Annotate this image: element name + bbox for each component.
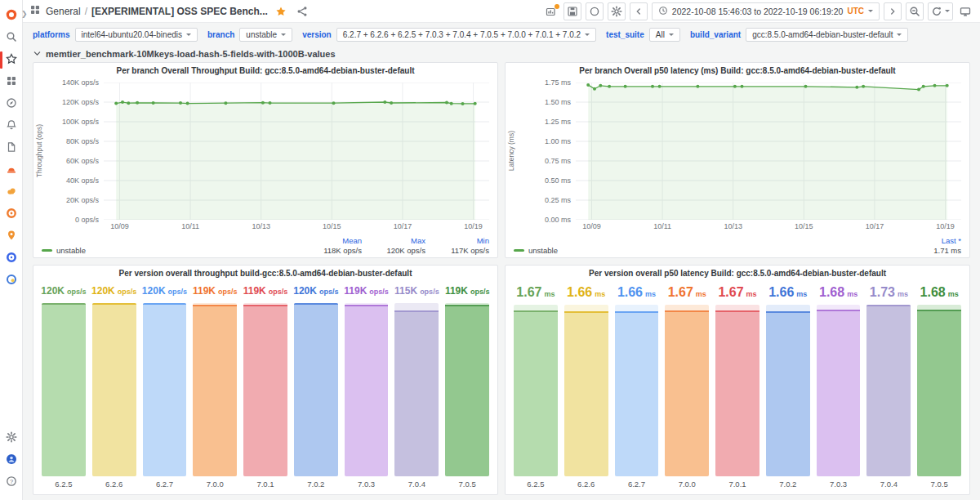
- bar-value-number: 1.66: [768, 285, 794, 300]
- bar-track[interactable]: [564, 305, 608, 476]
- y-axis-title: Throughput (ops): [35, 124, 43, 177]
- bar-value-label: 1.67ms: [718, 285, 756, 305]
- sidebar-item-plugin-globe[interactable]: [0, 270, 23, 292]
- bar-value-unit: ops/s: [168, 288, 188, 296]
- bar-value-number: 1.68: [920, 285, 946, 300]
- zoom-out-time-button[interactable]: [906, 2, 924, 20]
- filter-value-dropdown[interactable]: gcc:8.5.0-amd64-debian-buster-default: [746, 28, 908, 42]
- cycle-view-button[interactable]: [586, 2, 604, 20]
- sidebar-item-alerting[interactable]: [0, 115, 23, 137]
- bar-category-label: 7.0.2: [779, 480, 796, 490]
- star-button[interactable]: [273, 2, 289, 20]
- legend-series-name: unstable: [528, 246, 558, 255]
- bar-track[interactable]: [514, 305, 558, 476]
- bar-track[interactable]: [294, 303, 338, 476]
- time-shift-forward-button[interactable]: [884, 2, 902, 20]
- sidebar-item-plugin-siren[interactable]: [0, 159, 23, 181]
- bar-track[interactable]: [445, 303, 489, 476]
- breadcrumb-folder[interactable]: General: [46, 6, 81, 17]
- sidebar-item-avatar[interactable]: [0, 449, 23, 471]
- bar-track[interactable]: [243, 303, 287, 476]
- legend-series[interactable]: unstable: [514, 246, 558, 255]
- sidebar-item-starred[interactable]: [0, 49, 23, 71]
- save-dashboard-button[interactable]: [564, 2, 581, 20]
- sidebar-item-plugin-pin[interactable]: [0, 225, 23, 248]
- legend-stat-header[interactable]: Last *: [898, 236, 961, 245]
- bar-value-unit: ops/s: [118, 288, 137, 296]
- sidebar-item-search[interactable]: [0, 27, 23, 49]
- sidebar-item-plugin-target[interactable]: [0, 248, 23, 270]
- legend-series[interactable]: unstable: [42, 246, 86, 255]
- time-series-plot[interactable]: [104, 83, 489, 220]
- bar-column-7.0.5: 119Kops/s7.0.5: [445, 285, 489, 490]
- bar-category-label: 6.2.6: [577, 480, 595, 490]
- filter-platforms: platformsintel64-ubuntu20.04-binedis: [33, 28, 198, 42]
- filter-label[interactable]: branch: [207, 30, 234, 39]
- share-button[interactable]: [294, 2, 310, 20]
- bar-column-7.0.3: 119Kops/s7.0.3: [345, 285, 389, 490]
- bar-track[interactable]: [866, 305, 911, 476]
- bar-track[interactable]: [42, 303, 86, 476]
- panel-title[interactable]: Per branch Overall Throughput Build: gcc…: [33, 63, 497, 79]
- bar-fill: [817, 310, 861, 476]
- refresh-button[interactable]: [928, 2, 953, 20]
- bar-value-label: 120Kops/s: [293, 285, 338, 303]
- add-panel-button[interactable]: [543, 2, 559, 20]
- bar-track[interactable]: [715, 305, 760, 476]
- bar-track[interactable]: [92, 303, 136, 476]
- sidebar-item-settings[interactable]: [0, 427, 23, 449]
- bar-track[interactable]: [615, 305, 659, 476]
- bar-value-number: 120K: [142, 285, 166, 297]
- bar-track[interactable]: [345, 303, 389, 476]
- filter-value-dropdown[interactable]: unstable: [239, 28, 292, 42]
- clock-icon: [658, 6, 668, 17]
- bar-track[interactable]: [143, 303, 187, 476]
- filter-label[interactable]: build_variant: [690, 30, 741, 39]
- bar-track[interactable]: [193, 303, 237, 476]
- sidebar-item-dashboards[interactable]: [0, 71, 23, 93]
- dashboard-row-header[interactable]: memtier_benchmark-10Mkeys-load-hash-5-fi…: [23, 46, 980, 62]
- time-range-picker[interactable]: 2022-10-08 15:46:03 to 2022-10-19 06:19:…: [652, 2, 880, 20]
- bar-value-number: 115K: [394, 285, 417, 297]
- bar-track[interactable]: [766, 305, 810, 476]
- filter-label[interactable]: version: [302, 30, 332, 39]
- bar-track[interactable]: [817, 305, 861, 476]
- sidebar-item-plugin-cloud[interactable]: [0, 181, 23, 203]
- bar-category-label: 6.2.5: [527, 480, 544, 490]
- bar-track[interactable]: [394, 303, 439, 476]
- legend-stat-header[interactable]: Mean: [298, 236, 362, 245]
- sidebar-expand-button[interactable]: ❯: [21, 10, 29, 18]
- filter-value-dropdown[interactable]: intel64-ubuntu20.04-binedis: [75, 28, 198, 42]
- dashboard-settings-button[interactable]: [608, 2, 626, 20]
- view-mode-button[interactable]: [957, 2, 973, 20]
- time-shift-back-button[interactable]: [630, 2, 648, 20]
- sidebar-item-document[interactable]: [0, 137, 23, 159]
- legend: MeanMaxMinunstable118K ops/s120K ops/s11…: [42, 236, 489, 255]
- bar-fill: [345, 305, 389, 476]
- legend-stat-header[interactable]: Min: [425, 236, 489, 245]
- panel-title[interactable]: Per version overall throughput build-gcc…: [33, 266, 497, 282]
- bar-fill: [715, 310, 760, 476]
- sidebar-item-explore[interactable]: [0, 93, 23, 115]
- bar-column-7.0.2: 1.66ms7.0.2: [766, 285, 810, 490]
- bar-track[interactable]: [917, 305, 961, 476]
- panel-title[interactable]: Per branch Overall p50 latency (ms) Buil…: [506, 63, 969, 79]
- sidebar-item-plugin-sun[interactable]: [0, 203, 23, 225]
- filter-value-dropdown[interactable]: 6.2.7 + 6.2.6 + 6.2.5 + 7.0.3 + 7.0.4 + …: [336, 28, 596, 42]
- time-series-plot[interactable]: [576, 83, 961, 220]
- breadcrumb-separator: /: [85, 6, 87, 17]
- filter-label[interactable]: test_suite: [606, 30, 644, 39]
- x-tick-label: 10/13: [715, 222, 751, 230]
- panel-throughput-line: Per branch Overall Throughput Build: gcc…: [33, 62, 498, 258]
- legend-stat-header[interactable]: Max: [362, 236, 425, 245]
- filter-value-dropdown[interactable]: All: [649, 28, 680, 42]
- sidebar-item-grafana-logo[interactable]: [0, 5, 23, 27]
- bar-value-number: 119K: [344, 285, 367, 297]
- sidebar-item-help[interactable]: ?: [0, 471, 23, 493]
- breadcrumb-dashboard-title[interactable]: [EXPERIMENTAL] OSS SPEC Bench...: [91, 6, 268, 17]
- y-axis-title-wrap: Latency (ms): [506, 83, 516, 220]
- filter-label[interactable]: platforms: [33, 30, 70, 39]
- bar-track[interactable]: [665, 305, 709, 476]
- bar-value-unit: ms: [898, 290, 908, 298]
- panel-title[interactable]: Per version overall p50 latency Build: g…: [506, 266, 969, 282]
